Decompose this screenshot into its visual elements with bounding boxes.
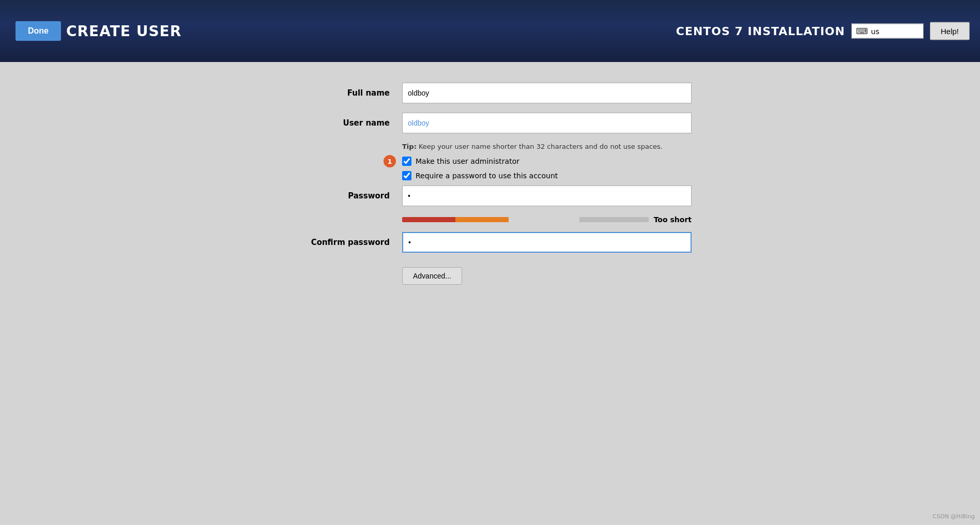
full-name-input[interactable] bbox=[402, 83, 692, 103]
keyboard-input[interactable]: ⌨ us bbox=[851, 24, 924, 39]
full-name-row: Full name bbox=[288, 83, 692, 103]
advanced-button-row: Advanced... bbox=[288, 262, 692, 285]
advanced-button[interactable]: Advanced... bbox=[402, 267, 462, 285]
confirm-password-input[interactable] bbox=[402, 232, 692, 253]
form-container: Full name User name Tip: Keep your user … bbox=[257, 83, 723, 285]
watermark: CSDN @HiBing bbox=[932, 513, 975, 520]
header: Done CREATE USER CENTOS 7 INSTALLATION ⌨… bbox=[0, 0, 980, 62]
main-window: Done CREATE USER CENTOS 7 INSTALLATION ⌨… bbox=[0, 0, 980, 525]
strength-label: Too short bbox=[654, 215, 692, 224]
tip-area: Tip: Keep your user name shorter than 32… bbox=[402, 143, 692, 150]
confirm-password-row: Confirm password bbox=[288, 232, 692, 253]
help-button[interactable]: Help! bbox=[930, 22, 970, 40]
tip-label: Tip: bbox=[402, 143, 417, 150]
done-button[interactable]: Done bbox=[16, 21, 61, 41]
password-strength-row: Too short bbox=[402, 215, 692, 224]
admin-checkbox-label[interactable]: Make this user administrator bbox=[416, 157, 519, 165]
require-password-checkbox[interactable] bbox=[402, 171, 411, 180]
strength-bar bbox=[402, 217, 649, 222]
user-name-row: User name bbox=[288, 113, 692, 133]
main-content: Full name User name Tip: Keep your user … bbox=[0, 62, 980, 525]
page-title: CREATE USER bbox=[66, 23, 181, 40]
keyboard-icon: ⌨ bbox=[856, 26, 868, 36]
require-password-label[interactable]: Require a password to use this account bbox=[416, 172, 558, 180]
user-name-label: User name bbox=[288, 118, 402, 128]
admin-checkbox-area: 1 Make this user administrator bbox=[402, 157, 692, 166]
tip-text: Keep your user name shorter than 32 char… bbox=[419, 143, 663, 150]
password-checkbox-area: Require a password to use this account bbox=[402, 171, 692, 180]
confirm-password-label: Confirm password bbox=[288, 238, 402, 247]
password-input[interactable] bbox=[402, 186, 692, 206]
strength-bar-fill bbox=[402, 217, 579, 222]
keyboard-value: us bbox=[871, 27, 879, 35]
user-name-input[interactable] bbox=[402, 113, 692, 133]
centos-title: CENTOS 7 INSTALLATION bbox=[676, 25, 845, 38]
header-right: CENTOS 7 INSTALLATION ⌨ us Help! bbox=[676, 22, 970, 40]
badge-1: 1 bbox=[384, 155, 396, 167]
password-row: Password bbox=[288, 186, 692, 206]
full-name-label: Full name bbox=[288, 88, 402, 98]
password-label: Password bbox=[288, 191, 402, 200]
admin-checkbox[interactable] bbox=[402, 157, 411, 166]
